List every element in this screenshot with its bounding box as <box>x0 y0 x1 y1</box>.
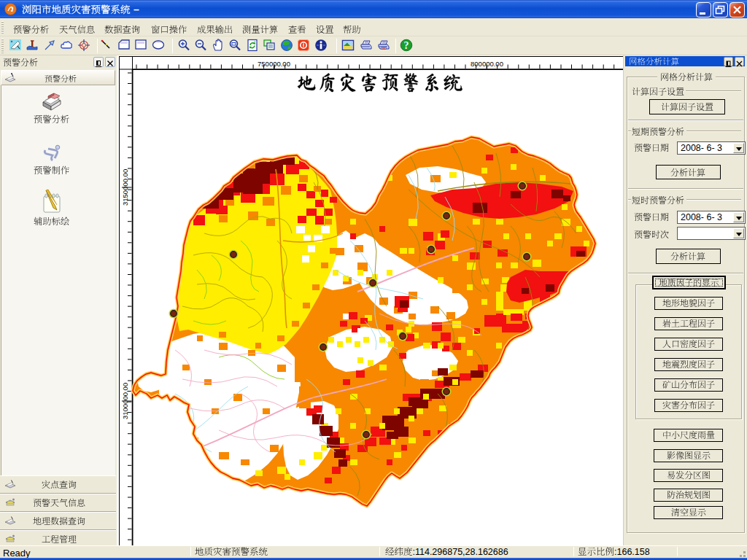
svg-text:?: ? <box>404 40 409 51</box>
